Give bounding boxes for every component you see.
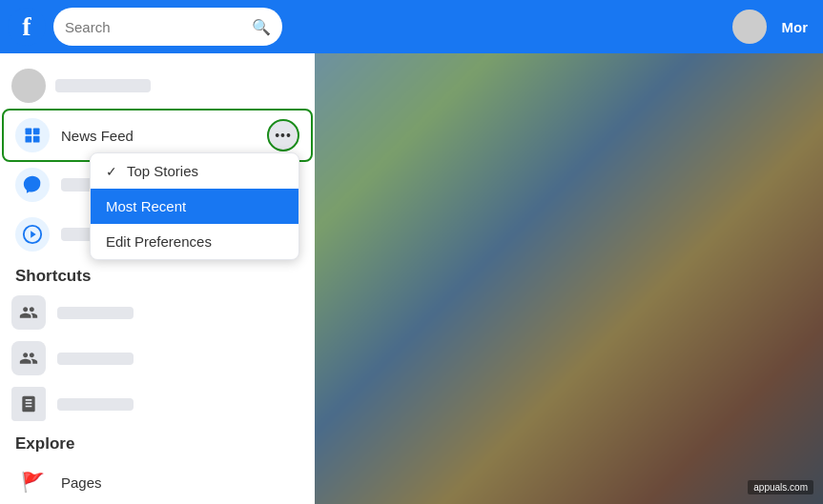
explore-title: Explore bbox=[0, 427, 315, 457]
dropdown-item-edit-preferences[interactable]: Edit Preferences bbox=[91, 224, 298, 259]
shortcut-item-1[interactable] bbox=[0, 290, 315, 335]
svg-rect-1 bbox=[33, 129, 40, 135]
sidebar-profile[interactable] bbox=[0, 61, 315, 111]
svg-rect-2 bbox=[26, 136, 32, 143]
sidebar: News Feed ••• ✓ Top Stories Most Recent … bbox=[0, 53, 315, 504]
news-feed-row[interactable]: News Feed ••• ✓ Top Stories Most Recent … bbox=[4, 111, 311, 160]
news-feed-options-button[interactable]: ••• bbox=[267, 119, 299, 151]
profile-name bbox=[55, 79, 151, 92]
svg-rect-0 bbox=[26, 129, 32, 135]
search-input[interactable] bbox=[65, 19, 244, 35]
watermark: appuals.com bbox=[748, 480, 813, 494]
main-layout: News Feed ••• ✓ Top Stories Most Recent … bbox=[0, 53, 823, 504]
edit-preferences-label: Edit Preferences bbox=[106, 233, 212, 250]
pages-label: Pages bbox=[61, 474, 102, 491]
svg-marker-5 bbox=[31, 231, 36, 237]
nav-more-label: Mor bbox=[774, 19, 816, 35]
shortcut-label-1 bbox=[57, 307, 134, 319]
messenger-icon bbox=[15, 168, 50, 202]
profile-avatar bbox=[11, 69, 46, 103]
user-avatar[interactable] bbox=[732, 10, 767, 44]
dropdown-item-top-stories[interactable]: ✓ Top Stories bbox=[91, 153, 298, 189]
three-dots-icon: ••• bbox=[275, 129, 292, 142]
shortcut-label-3 bbox=[57, 398, 134, 411]
watch-icon bbox=[15, 217, 50, 252]
explore-item-pages[interactable]: 🚩 Pages bbox=[4, 457, 311, 504]
shortcut-item-2[interactable] bbox=[0, 335, 315, 381]
content-blur-overlay bbox=[315, 53, 823, 504]
search-icon: 🔍 bbox=[252, 18, 271, 36]
content-area: appuals.com bbox=[315, 53, 823, 504]
search-bar[interactable]: 🔍 bbox=[53, 8, 282, 46]
shortcut-label-2 bbox=[57, 353, 134, 365]
shortcut-icon-2 bbox=[11, 341, 46, 375]
shortcut-item-3[interactable] bbox=[0, 381, 315, 427]
most-recent-label: Most Recent bbox=[106, 198, 186, 214]
checkmark-icon: ✓ bbox=[106, 164, 117, 179]
shortcut-icon-1 bbox=[11, 295, 46, 330]
pages-icon: 🚩 bbox=[15, 465, 50, 499]
svg-rect-3 bbox=[33, 136, 40, 143]
news-feed-icon bbox=[15, 118, 50, 152]
top-navigation: f 🔍 Mor bbox=[0, 0, 823, 53]
dropdown-item-most-recent[interactable]: Most Recent bbox=[91, 189, 298, 224]
facebook-logo: f bbox=[8, 8, 46, 46]
news-feed-dropdown: ✓ Top Stories Most Recent Edit Preferenc… bbox=[90, 152, 299, 260]
news-feed-label: News Feed bbox=[61, 128, 134, 144]
shortcuts-title: Shortcuts bbox=[0, 259, 315, 290]
top-stories-label: Top Stories bbox=[127, 163, 198, 179]
nav-right: Mor bbox=[732, 10, 816, 44]
shortcut-icon-3 bbox=[11, 387, 46, 421]
